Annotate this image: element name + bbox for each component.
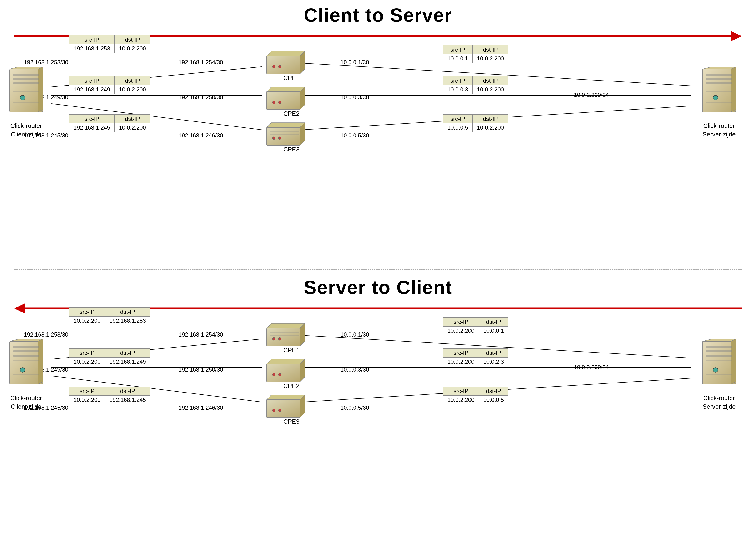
ip-table-s2c-4: src-IP dst-IP 10.0.2.200 10.0.0.1: [443, 318, 508, 335]
svg-rect-10: [13, 78, 39, 80]
ip-table-c2s-4: src-IP dst-IP 10.0.0.1 10.0.2.200: [443, 45, 508, 63]
svg-marker-67: [702, 339, 736, 341]
ip-table-c2s-6: src-IP dst-IP 10.0.0.5 10.0.2.200: [443, 114, 508, 132]
client-router-2: [2, 339, 50, 392]
link-label-s2c-10: 10.0.2.200/24: [574, 364, 609, 371]
svg-marker-19: [731, 67, 736, 112]
svg-rect-69: [706, 346, 732, 348]
svg-marker-18: [702, 67, 736, 69]
ip-table-s2c-5: src-IP dst-IP 10.0.2.200 10.0.2.3: [443, 348, 508, 366]
svg-rect-70: [706, 350, 732, 352]
cpe3-section1: [259, 120, 307, 150]
svg-marker-68: [731, 339, 736, 384]
ip-table-s2c-1: src-IP dst-IP 10.0.2.200 192.168.1.253: [69, 308, 151, 325]
cpe1-section1: [259, 49, 307, 78]
svg-point-95: [278, 409, 281, 412]
server-router-2: [695, 339, 743, 392]
link-label-c2s-2: 192.168.1.254/30: [179, 59, 223, 66]
link-label-s2c-2: 192.168.1.254/30: [179, 331, 223, 338]
svg-point-32: [278, 65, 281, 68]
link-label-s2c-1: 192.168.1.253/30: [24, 331, 68, 338]
link-label-c2s-1: 192.168.1.253/30: [24, 59, 68, 66]
svg-rect-59: [13, 350, 39, 352]
client-router-label-1: Click-routerClient-zijde: [2, 121, 50, 139]
link-label-s2c-6: 192.168.1.246/30: [179, 404, 223, 411]
svg-rect-71: [706, 355, 732, 356]
link-label-c2s-7: 10.0.0.1/30: [341, 59, 369, 66]
server-router-label-1: Click-routerServer-zijde: [695, 121, 743, 139]
svg-point-88: [278, 373, 281, 376]
svg-point-46: [278, 137, 281, 140]
cpe1-section2: [259, 321, 307, 350]
cpe3-label-s2: CPE3: [283, 418, 299, 425]
svg-marker-42: [267, 123, 305, 127]
svg-marker-56: [9, 339, 43, 341]
svg-point-72: [713, 368, 718, 372]
ip-table-s2c-3: src-IP dst-IP 10.0.2.200 192.168.1.245: [69, 387, 151, 404]
svg-marker-28: [267, 51, 305, 56]
svg-rect-11: [13, 82, 39, 84]
cpe1-label-s2: CPE1: [283, 346, 299, 354]
client-router-1: [2, 67, 50, 120]
svg-rect-85: [267, 364, 300, 382]
svg-point-12: [20, 95, 25, 100]
section-divider: [14, 269, 742, 270]
client-to-server-section: Client to Server src-IP dst-IP: [0, 0, 756, 269]
svg-point-87: [273, 373, 275, 376]
svg-point-31: [273, 65, 275, 68]
cpe2-label-s2: CPE2: [283, 382, 299, 390]
ip-table-c2s-5: src-IP dst-IP 10.0.0.3 10.0.2.200: [443, 76, 508, 94]
svg-rect-22: [706, 82, 732, 84]
server-to-client-section: Server to Client src-IP dst-IP 10.0.2.20…: [0, 272, 756, 549]
svg-point-45: [273, 137, 275, 140]
svg-rect-36: [267, 92, 300, 110]
svg-rect-60: [13, 355, 39, 356]
link-label-s2c-4: 192.168.1.250/30: [179, 366, 223, 373]
section-title-1: Client to Server: [0, 0, 756, 26]
cpe1-label-s1: CPE1: [283, 74, 299, 82]
ip-table-c2s-2: src-IP dst-IP 192.168.1.249 10.0.2.200: [69, 76, 151, 94]
svg-rect-58: [13, 346, 39, 348]
svg-rect-21: [706, 78, 732, 80]
svg-rect-43: [267, 127, 300, 145]
svg-point-81: [278, 337, 281, 340]
client-router-label-2: Click-routerClient-zijde: [2, 394, 50, 411]
section-title-2: Server to Client: [0, 272, 756, 298]
cpe3-label-s1: CPE3: [283, 146, 299, 153]
link-label-c2s-10: 10.0.2.200/24: [574, 92, 609, 98]
link-label-c2s-9: 10.0.0.5/30: [341, 132, 369, 139]
link-label-c2s-4: 192.168.1.250/30: [179, 94, 223, 101]
link-label-s2c-7: 10.0.0.1/30: [341, 331, 369, 338]
ip-table-c2s-1: src-IP dst-IP 192.168.1.253 10.0.2.200: [69, 35, 151, 53]
svg-rect-29: [267, 56, 300, 74]
link-label-s2c-9: 10.0.0.5/30: [341, 404, 369, 411]
svg-point-39: [278, 101, 281, 104]
svg-marker-35: [267, 87, 305, 92]
svg-marker-91: [267, 395, 305, 400]
cpe3-section2: [259, 392, 307, 422]
server-router-label-2: Click-routerServer-zijde: [695, 394, 743, 411]
svg-point-38: [273, 101, 275, 104]
svg-rect-9: [13, 74, 39, 76]
server-router-1: [695, 67, 743, 120]
svg-marker-7: [9, 67, 43, 69]
link-label-c2s-8: 10.0.0.3/30: [341, 94, 369, 101]
ip-table-s2c-2: src-IP dst-IP 10.0.2.200 192.168.1.249: [69, 348, 151, 366]
cpe2-section2: [259, 357, 307, 386]
link-label-s2c-8: 10.0.0.3/30: [341, 366, 369, 373]
svg-marker-8: [38, 67, 43, 112]
svg-marker-77: [267, 323, 305, 328]
svg-point-94: [273, 409, 275, 412]
svg-point-23: [713, 95, 718, 100]
cpe2-label-s1: CPE2: [283, 110, 299, 117]
svg-rect-78: [267, 328, 300, 346]
svg-marker-84: [267, 359, 305, 364]
cpe2-section1: [259, 85, 307, 114]
ip-table-c2s-3: src-IP dst-IP 192.168.1.245 10.0.2.200: [69, 114, 151, 132]
svg-marker-57: [38, 339, 43, 384]
svg-point-61: [20, 368, 25, 372]
svg-rect-92: [267, 400, 300, 418]
svg-rect-20: [706, 74, 732, 76]
link-label-c2s-6: 192.168.1.246/30: [179, 132, 223, 139]
ip-table-s2c-6: src-IP dst-IP 10.0.2.200 10.0.0.5: [443, 387, 508, 404]
